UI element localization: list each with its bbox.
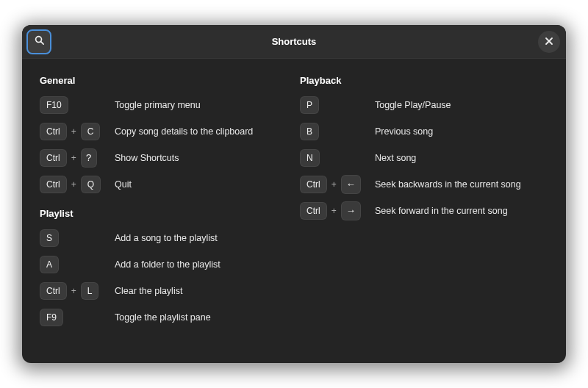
shortcut-row: Ctrl+QQuit: [40, 171, 288, 198]
titlebar-left: [28, 31, 272, 53]
shortcuts-section: GeneralF10Toggle primary menuCtrl+CCopy …: [40, 75, 288, 198]
key-cap: Ctrl: [300, 176, 327, 193]
section-title: Playback: [300, 75, 548, 86]
key-plus: +: [71, 126, 76, 137]
key-plus: +: [331, 179, 337, 190]
key-plus: +: [71, 179, 76, 190]
shortcut-row: Ctrl+CCopy song details to the clipboard: [40, 118, 288, 145]
key-cap: ←: [341, 175, 361, 194]
shortcuts-column: PlaybackPToggle Play/PauseBPrevious song…: [300, 69, 548, 348]
shortcut-keys: Ctrl+←: [300, 175, 368, 194]
shortcut-row: BPrevious song: [300, 118, 548, 145]
shortcut-keys: B: [300, 123, 368, 140]
shortcut-description: Copy song details to the clipboard: [115, 126, 253, 137]
shortcut-row: Ctrl+→Seek forward in the current song: [300, 198, 548, 224]
key-plus: +: [331, 206, 337, 216]
key-cap: B: [300, 123, 319, 140]
shortcut-keys: P: [300, 96, 368, 114]
shortcut-keys: Ctrl+L: [40, 282, 107, 300]
shortcut-row: F9Toggle the playlist pane: [40, 304, 288, 331]
shortcut-row: NNext song: [300, 145, 548, 171]
shortcut-row: PToggle Play/Pause: [300, 92, 548, 118]
titlebar-right: [316, 31, 560, 53]
shortcut-description: Clear the playlist: [115, 286, 182, 296]
key-plus: +: [71, 153, 76, 163]
key-cap: L: [81, 282, 99, 300]
shortcut-keys: S: [40, 229, 107, 247]
close-icon: [545, 35, 553, 48]
key-cap: Ctrl: [40, 176, 67, 193]
shortcut-keys: F9: [40, 309, 107, 326]
key-cap: Ctrl: [300, 202, 327, 220]
shortcut-description: Seek backwards in the current song: [375, 179, 521, 190]
shortcut-description: Toggle Play/Pause: [375, 100, 451, 110]
shortcut-description: Quit: [115, 179, 132, 190]
page-title: Shortcuts: [272, 36, 317, 47]
shortcuts-section: PlaylistSAdd a song to the playlistAAdd …: [40, 208, 288, 331]
shortcut-keys: Ctrl+→: [300, 201, 368, 220]
shortcut-description: Next song: [375, 153, 416, 163]
shortcut-description: Previous song: [375, 126, 433, 137]
key-cap: F9: [40, 309, 63, 326]
shortcut-row: Ctrl+←Seek backwards in the current song: [300, 171, 548, 198]
shortcut-row: Ctrl+?Show Shortcuts: [40, 145, 288, 171]
shortcut-description: Add a folder to the playlist: [115, 259, 220, 270]
section-title: Playlist: [40, 208, 288, 219]
key-cap: Ctrl: [40, 149, 67, 167]
shortcut-keys: Ctrl+Q: [40, 176, 107, 193]
shortcuts-window: Shortcuts GeneralF10Toggle primary menuC…: [22, 25, 566, 363]
search-icon: [34, 35, 45, 48]
key-cap: N: [300, 149, 320, 167]
key-cap: Q: [81, 176, 101, 193]
shortcut-row: Ctrl+LClear the playlist: [40, 278, 288, 304]
shortcut-keys: N: [300, 149, 368, 167]
shortcut-keys: Ctrl+C: [40, 123, 107, 140]
close-button[interactable]: [538, 31, 560, 53]
key-cap: Ctrl: [40, 282, 67, 300]
key-cap: P: [300, 96, 319, 114]
shortcut-row: AAdd a folder to the playlist: [40, 251, 288, 278]
shortcut-row: F10Toggle primary menu: [40, 92, 288, 118]
key-cap: F10: [40, 96, 68, 114]
key-plus: +: [71, 286, 76, 296]
section-title: General: [40, 75, 288, 86]
key-cap: C: [81, 123, 101, 140]
titlebar-center: Shortcuts: [272, 36, 317, 47]
shortcut-keys: A: [40, 256, 107, 273]
shortcut-description: Show Shortcuts: [115, 153, 179, 163]
titlebar: Shortcuts: [22, 25, 566, 59]
search-button[interactable]: [28, 31, 50, 53]
key-cap: →: [341, 201, 361, 220]
key-cap: ?: [81, 148, 97, 168]
shortcut-description: Toggle the playlist pane: [115, 312, 211, 323]
key-cap: Ctrl: [40, 123, 67, 140]
svg-line-1: [40, 42, 43, 44]
key-cap: A: [40, 256, 59, 273]
shortcut-description: Seek forward in the current song: [375, 206, 508, 216]
shortcut-description: Toggle primary menu: [115, 100, 201, 110]
shortcut-keys: Ctrl+?: [40, 148, 107, 168]
shortcut-description: Add a song to the playlist: [115, 233, 218, 243]
key-cap: S: [40, 229, 59, 247]
shortcut-keys: F10: [40, 96, 107, 114]
shortcuts-section: PlaybackPToggle Play/PauseBPrevious song…: [300, 75, 548, 224]
shortcuts-column: GeneralF10Toggle primary menuCtrl+CCopy …: [40, 69, 288, 348]
shortcut-row: SAdd a song to the playlist: [40, 225, 288, 251]
shortcuts-content: GeneralF10Toggle primary menuCtrl+CCopy …: [22, 59, 566, 363]
